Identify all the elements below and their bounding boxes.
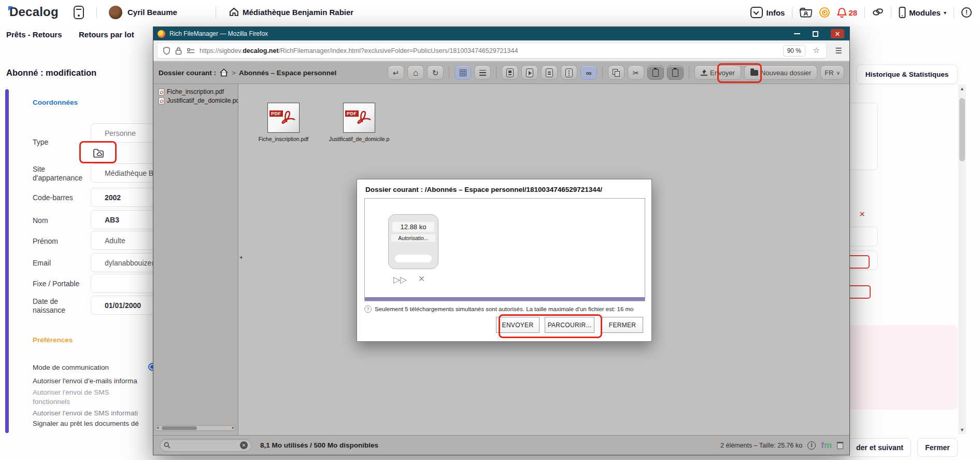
file-name: Autorisatio...: [391, 234, 435, 242]
tree-item[interactable]: Fiche_inscription.pdf: [159, 88, 224, 95]
lock-icon[interactable]: [175, 47, 182, 55]
info-message: Seulement 5 téléchargements simultanés s…: [375, 306, 634, 312]
maximize-icon[interactable]: [813, 31, 818, 37]
close-page-button[interactable]: Fermer: [917, 438, 958, 457]
paste-icon: [652, 69, 659, 77]
field-label-prenom: Prénom: [33, 237, 87, 246]
toolbar-buttons: ↵ ⌂ ↻ ∞ ✂ Envoyer Nouveau dossier: [388, 65, 844, 80]
breadcrumb-folder[interactable]: Abonnés – Espace personnel: [239, 69, 336, 77]
scroll-left-icon[interactable]: ◂: [157, 425, 159, 430]
zoom-level-badge[interactable]: 90 %: [783, 45, 805, 57]
scroll-up-icon[interactable]: ▲: [958, 86, 966, 91]
field-label-site: Site d'appartenance: [33, 165, 87, 183]
tree-item[interactable]: Justificatif_de_domicile.pdf: [159, 97, 241, 104]
scanner-icon[interactable]: [74, 6, 84, 19]
list-view-button[interactable]: [474, 65, 491, 80]
page-scrollbar[interactable]: ▲ ▼: [958, 85, 966, 434]
notifications-button[interactable]: 28: [837, 7, 857, 18]
cancel-upload-icon[interactable]: ×: [418, 274, 424, 285]
scroll-right-icon[interactable]: ▸: [232, 425, 234, 430]
avatar[interactable]: [109, 6, 122, 19]
tab-retours-par-lot[interactable]: Retours par lot: [79, 30, 134, 39]
close-icon[interactable]: ✕: [831, 29, 844, 38]
file-tile[interactable]: PDF Justificatif_de_domicile.p: [320, 103, 398, 142]
start-upload-icon[interactable]: ▷▷: [393, 274, 407, 285]
clear-clipboard-button[interactable]: [667, 65, 684, 80]
folder-user-icon[interactable]: [800, 7, 812, 18]
minimize-icon[interactable]: [794, 33, 800, 34]
dialog-close-button[interactable]: FERMER: [602, 317, 643, 333]
field-label-email: Email: [33, 259, 87, 268]
dropzone[interactable]: 12.88 ko Autorisatio... ▷▷ ×: [364, 198, 645, 301]
filemanager-body: Fiche_inscription.pdf Justificatif_de_do…: [153, 84, 849, 435]
filter-archives-button[interactable]: [561, 65, 577, 80]
url-domain: decalog.net: [243, 47, 278, 54]
doc-icon[interactable]: [837, 442, 843, 449]
link-icon[interactable]: [872, 7, 884, 18]
clear-search-icon[interactable]: ✕: [240, 441, 248, 449]
grid-view-button[interactable]: [455, 65, 471, 80]
birthdate-value: 01/01/2000: [105, 301, 141, 310]
barcode-value: 2002: [105, 193, 121, 202]
menu-icon[interactable]: ☰: [835, 46, 842, 55]
grid-view-icon: [460, 69, 466, 76]
broadcast-icon[interactable]: [819, 7, 830, 18]
copy-button[interactable]: [608, 65, 624, 80]
section-preferences: Préférences: [33, 336, 73, 344]
permissions-icon[interactable]: [187, 48, 195, 54]
home-icon[interactable]: [219, 68, 229, 77]
file-size: 12.88 ko: [392, 222, 434, 232]
divider: [792, 7, 792, 18]
info-icon[interactable]: i: [807, 441, 816, 450]
remove-icon[interactable]: ×: [859, 208, 865, 220]
breadcrumb-separator: >: [232, 69, 236, 77]
firefox-window: Rich FileManager — Mozilla Firefox ✕ htt…: [153, 26, 850, 455]
window-controls: ✕: [794, 27, 844, 40]
home-button[interactable]: ⌂: [407, 65, 424, 80]
infos-button[interactable]: Infos: [750, 7, 785, 18]
search-input[interactable]: ✕: [160, 439, 252, 452]
filter-images-button[interactable]: [502, 65, 518, 80]
filter-videos-button[interactable]: [521, 65, 538, 80]
file-tile[interactable]: PDF Fiche_inscription.pdf: [245, 103, 322, 142]
upload-file-chip[interactable]: 12.88 ko Autorisatio...: [388, 214, 438, 269]
shield-icon[interactable]: [163, 47, 171, 55]
list-view-icon: [479, 70, 486, 76]
topbar-actions: Infos 28 Modules ▾ !: [750, 0, 972, 25]
scroll-down-icon[interactable]: ▼: [958, 427, 966, 433]
user-name[interactable]: Cyril Beaume: [127, 8, 177, 17]
refresh-button[interactable]: ↻: [427, 65, 444, 80]
alert-icon[interactable]: !: [961, 7, 972, 18]
bookmark-star-icon[interactable]: ☆: [813, 46, 820, 55]
tree-item-label: Fiche_inscription.pdf: [167, 88, 224, 95]
tab-prets-retours[interactable]: Prêts - Retours: [6, 30, 62, 39]
library-name[interactable]: Médiathèque Benjamin Rabier: [243, 8, 353, 17]
collapse-panel-icon[interactable]: ◂: [239, 254, 242, 260]
scrollbar-thumb[interactable]: [959, 98, 965, 161]
scrollbar-thumb[interactable]: [162, 426, 197, 430]
filter-all-button[interactable]: ∞: [580, 65, 597, 80]
firefox-icon: [158, 30, 165, 38]
bell-icon: [837, 7, 847, 18]
url-scheme: https://sigbdev.: [200, 47, 243, 54]
page-title: Abonné : modification: [6, 68, 96, 78]
history-statistics-button[interactable]: Historique & Statistiques: [856, 64, 958, 84]
paste-button[interactable]: [647, 65, 664, 80]
zoom-level: 90 %: [787, 47, 801, 54]
dropzone-progress-bar: [365, 297, 645, 301]
modules-menu[interactable]: Modules ▾: [899, 7, 946, 18]
decalog-logo[interactable]: Decalog: [9, 5, 59, 19]
enter-folder-button[interactable]: ↵: [388, 65, 404, 80]
filter-documents-button[interactable]: [541, 65, 558, 80]
language-select[interactable]: FR∨: [820, 65, 844, 80]
url-text: https://sigbdev.decalog.net/RichFilemana…: [200, 47, 518, 54]
window-titlebar[interactable]: Rich FileManager — Mozilla Firefox ✕: [153, 27, 849, 40]
filemanager-statusbar: ✕ 8,1 Mo utilisés / 500 Mo disponibles 2…: [153, 435, 849, 455]
pref-sms-fonctionnels: Autoriser l'envoi de SMS fonctionnels: [33, 388, 146, 407]
url-input[interactable]: https://sigbdev.decalog.net/RichFilemana…: [158, 44, 826, 58]
divider: [496, 66, 496, 79]
email-value: dylanabbouize@: [105, 259, 159, 267]
pdf-swirl-icon: [280, 107, 297, 126]
tree-horizontal-scrollbar[interactable]: ◂▸: [155, 425, 236, 431]
cut-button[interactable]: ✂: [628, 65, 644, 80]
